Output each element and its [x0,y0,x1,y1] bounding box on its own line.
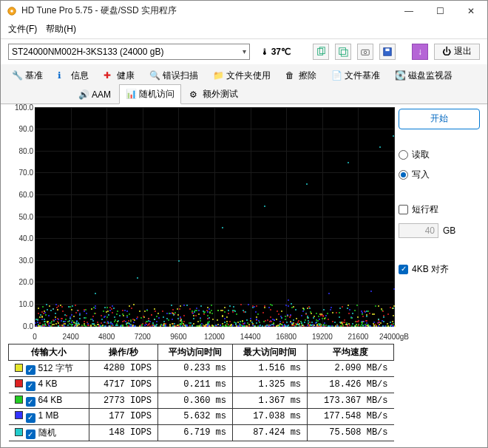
close-button[interactable]: ✕ [461,3,481,19]
radio-icon [399,170,408,180]
row-iops: 4280 IOPS [89,360,157,377]
exit-button[interactable]: ⏻ 退出 [434,44,480,60]
tab-folderusage[interactable]: 📁文件夹使用 [206,66,277,85]
table-row: 随机148 IOPS6.719 ms87.424 ms75.508 MB/s [9,424,394,441]
tab-health[interactable]: ✚健康 [97,66,141,85]
x-tick: 14400 [240,333,261,341]
start-button[interactable]: 开始 [399,109,480,129]
table-row: 512 字节4280 IOPS0.233 ms1.516 ms2.090 MB/… [9,360,394,377]
row-max: 87.424 ms [232,424,307,441]
app-icon [7,6,17,16]
x-tick: 19200 [312,333,333,341]
x-tick: 12000 [204,333,225,341]
drive-select[interactable]: ST24000NM002H-3KS133 (24000 gB) ▾ [8,44,250,60]
tab-errorscan[interactable]: 🔍错误扫描 [143,66,205,85]
x-tick: 0 [33,333,37,341]
col-ops: 操作/秒 [89,344,157,360]
radio-write[interactable]: 写入 [399,169,480,181]
y-tick: 0.0 [8,322,33,330]
menubar: 文件(F) 帮助(H) [1,21,487,39]
tab-extra[interactable]: ⚙额外测试 [183,84,245,104]
row-name: 512 字节 [9,360,89,377]
folder-icon: 📁 [213,70,223,81]
content: ms 0.010.020.030.040.050.060.070.080.090… [1,104,487,448]
drive-select-value: ST24000NM002H-3KS133 (24000 gB) [12,47,163,57]
minimize-button[interactable]: — [399,3,419,19]
y-tick: 70.0 [8,169,33,177]
options-button[interactable]: ↓ [412,44,428,60]
temperature-display: 🌡 37℃ [256,47,295,57]
col-avg: 平均访问时间 [157,344,232,360]
app-window: HD Tune Pro 5.75 - 硬盘/SSD 实用程序 — ☐ ✕ 文件(… [0,0,488,448]
col-size: 传输大小 [9,344,89,360]
svg-rect-4 [339,47,346,54]
row-avg: 5.632 ms [157,409,232,425]
svg-point-1 [10,10,13,13]
scatter-chart: ms 0.010.020.030.040.050.060.070.080.090… [8,107,394,341]
y-tick: 40.0 [8,234,33,242]
thermometer-icon: 🌡 [260,47,269,57]
tab-diskmonitor[interactable]: 💽磁盘监视器 [388,66,459,85]
x-tick: 16800 [276,333,296,341]
dropdown-icon: ▾ [243,47,246,55]
checkbox-icon [399,205,408,214]
results-table: 传输大小 操作/秒 平均访问时间 最大访问时间 平均速度 512 字节4280 … [8,344,394,442]
row-iops: 2773 IOPS [89,393,157,409]
x-tick: 2400 [62,333,78,341]
gauge-icon: 🔧 [12,70,22,81]
row-name: 1 MB [9,409,89,425]
side-panel: 开始 读取 写入 短行程 40 GB 4KB 对齐 [399,107,480,442]
check-icon [26,397,35,407]
x-tick: 7200 [135,333,151,341]
y-tick: 50.0 [8,212,33,220]
screenshot-button[interactable] [357,44,373,60]
table-row: 64 KB2773 IOPS0.360 ms1.367 ms173.367 MB… [9,393,394,409]
row-speed: 177.548 MB/s [308,409,394,425]
tab-filebench[interactable]: 📄文件基准 [325,66,387,85]
tab-erase[interactable]: 🗑擦除 [279,66,323,85]
y-tick: 100.0 [8,103,33,111]
row-avg: 0.233 ms [157,360,232,377]
row-avg: 0.360 ms [157,393,232,409]
window-title: HD Tune Pro 5.75 - 硬盘/SSD 实用程序 [21,4,399,17]
x-tick: 9600 [170,333,186,341]
copy-screenshot-button[interactable] [335,44,351,60]
col-max: 最大访问时间 [232,344,307,360]
tab-benchmark[interactable]: 🔧基准 [5,66,50,85]
row-iops: 148 IOPS [89,424,157,441]
row-speed: 173.367 MB/s [308,393,394,409]
row-speed: 18.426 MB/s [308,377,394,393]
row-name: 64 KB [9,393,89,409]
y-tick: 90.0 [8,125,33,133]
radio-read[interactable]: 读取 [399,149,480,161]
tab-aam[interactable]: 🔊AAM [72,84,118,104]
menu-help[interactable]: 帮助(H) [46,23,76,35]
check-icon [26,365,35,375]
short-value-input: 40 [399,223,438,238]
monitor-icon: 💽 [395,70,405,81]
check-short[interactable]: 短行程 [399,203,480,216]
tab-info[interactable]: ℹ信息 [51,66,95,85]
y-tick: 30.0 [8,256,33,264]
tabs: 🔧基准 ℹ信息 ✚健康 🔍错误扫描 📁文件夹使用 🗑擦除 📄文件基准 💽磁盘监视… [1,64,487,104]
y-tick: 20.0 [8,278,33,286]
row-speed: 75.508 MB/s [308,424,394,441]
menu-file[interactable]: 文件(F) [8,23,37,35]
tab-random[interactable]: 📊随机访问 [119,84,181,104]
radio-icon [399,150,408,160]
svg-rect-9 [385,48,389,51]
extra-icon: ⚙ [189,89,200,100]
maximize-button[interactable]: ☐ [430,3,450,19]
check-align[interactable]: 4KB 对齐 [399,263,480,276]
table-row: 4 KB4717 IOPS0.211 ms1.325 ms18.426 MB/s [9,377,394,393]
short-unit: GB [443,225,455,236]
svg-rect-6 [362,50,370,55]
copy-info-button[interactable] [313,44,329,60]
row-avg: 0.211 ms [157,377,232,393]
titlebar: HD Tune Pro 5.75 - 硬盘/SSD 实用程序 — ☐ ✕ [1,1,487,21]
row-max: 1.516 ms [232,360,307,377]
checkbox-icon [399,265,408,274]
table-row: 1 MB177 IOPS5.632 ms17.038 ms177.548 MB/… [9,409,394,425]
row-max: 1.325 ms [232,377,307,393]
save-button[interactable] [379,44,396,60]
